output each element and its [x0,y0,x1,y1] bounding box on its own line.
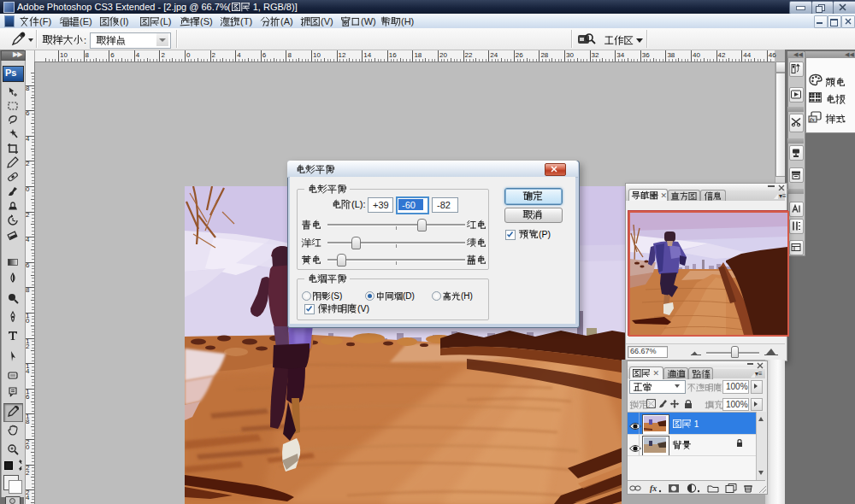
svg-text:fx: fx [810,116,815,123]
svg-text:fx: fx [650,483,657,493]
